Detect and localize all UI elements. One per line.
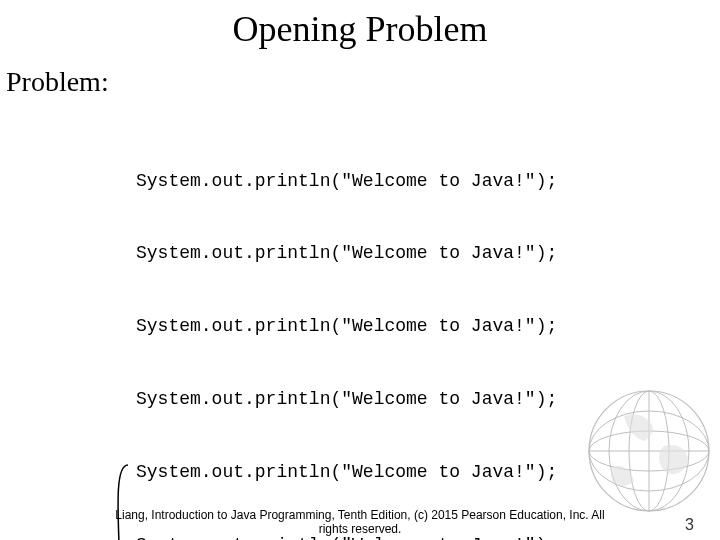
- footer-citation: Liang, Introduction to Java Programming,…: [0, 508, 720, 536]
- code-block: System.out.println("Welcome to Java!"); …: [132, 120, 557, 540]
- code-line: System.out.println("Welcome to Java!");: [136, 387, 557, 411]
- footer-line: Liang, Introduction to Java Programming,…: [0, 508, 720, 522]
- page-number: 3: [685, 516, 694, 534]
- code-line: System.out.println("Welcome to Java!");: [136, 241, 557, 265]
- footer-line: rights reserved.: [0, 522, 720, 536]
- slide-subtitle: Problem:: [0, 58, 720, 98]
- content-row: 100 times System.out.println("Welcome to…: [0, 98, 720, 540]
- code-line: System.out.println("Welcome to Java!");: [136, 460, 557, 484]
- code-line: System.out.println("Welcome to Java!");: [136, 314, 557, 338]
- slide-title: Opening Problem: [0, 0, 720, 58]
- code-line: System.out.println("Welcome to Java!");: [136, 169, 557, 193]
